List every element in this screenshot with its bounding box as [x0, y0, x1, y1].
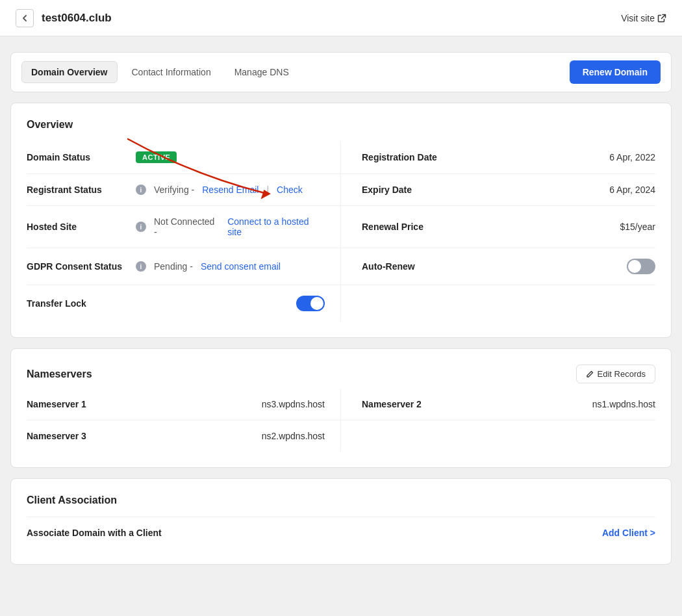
resend-email-link[interactable]: Resend Email [202, 185, 259, 195]
check-link[interactable]: Check [277, 185, 303, 195]
site-title: test0604.club [42, 12, 112, 25]
add-client-link[interactable]: Add Client > [602, 528, 655, 538]
ns3-value: ns2.wpdns.host [262, 431, 325, 441]
ns2-value: ns1.wpdns.host [592, 399, 655, 409]
client-association-card: Client Association Associate Domain with… [10, 478, 672, 565]
expiry-date-cell: Expiry Date 6 Apr, 2024 [341, 174, 655, 206]
hosted-site-label: Hosted Site [27, 222, 131, 232]
registrant-info-icon: i [136, 185, 146, 195]
associate-domain-label: Associate Domain with a Client [27, 528, 162, 538]
tab-manage-dns[interactable]: Manage DNS [225, 62, 298, 83]
renewal-price-cell: Renewal Price $15/year [341, 206, 655, 248]
domain-status-label: Domain Status [27, 152, 131, 162]
tabs-bar: Domain Overview Contact Information Mana… [10, 52, 672, 92]
nameservers-card: Nameservers Edit Records Nameserver 1 ns… [10, 348, 672, 468]
overview-title: Overview [27, 119, 655, 131]
top-bar: test0604.club Visit site [0, 0, 682, 36]
hosted-site-cell: Hosted Site i Not Connected - Connect to… [27, 206, 341, 248]
overview-grid: Domain Status ACTIVE Registration Date 6… [27, 141, 655, 322]
domain-status-cell: Domain Status ACTIVE [27, 141, 341, 174]
tab-contact-information[interactable]: Contact Information [123, 62, 220, 83]
ns3-right-cell [341, 420, 655, 452]
transfer-lock-cell: Transfer Lock [27, 285, 341, 322]
ns2-cell: Nameserver 2 ns1.wpdns.host [341, 389, 655, 420]
auto-renew-label: Auto-Renew [362, 261, 466, 272]
domain-status-badge: ACTIVE [136, 151, 177, 163]
renewal-price-label: Renewal Price [362, 222, 466, 232]
ns1-value: ns3.wpdns.host [262, 399, 325, 409]
ns2-label: Nameserver 2 [362, 399, 446, 409]
registrant-status-cell: Registrant Status i Verifying - Resend E… [27, 174, 341, 206]
client-association-title: Client Association [27, 494, 655, 506]
expiry-date-label: Expiry Date [362, 185, 466, 195]
registration-date-label: Registration Date [362, 152, 466, 162]
ns1-label: Nameserver 1 [27, 399, 111, 409]
client-assoc-row: Associate Domain with a Client Add Clien… [27, 517, 655, 548]
back-button[interactable] [16, 9, 34, 27]
transfer-lock-toggle[interactable] [296, 296, 325, 311]
visit-site-link[interactable]: Visit site [621, 13, 666, 23]
edit-records-label: Edit Records [598, 369, 646, 379]
gdpr-cell: GDPR Consent Status i Pending - Send con… [27, 248, 341, 285]
ns3-label: Nameserver 3 [27, 431, 111, 441]
expiry-date-value: 6 Apr, 2024 [609, 185, 655, 195]
gdpr-label: GDPR Consent Status [27, 261, 131, 272]
registrant-status-label: Registrant Status [27, 185, 131, 195]
ns1-cell: Nameserver 1 ns3.wpdns.host [27, 389, 341, 420]
registration-date-value: 6 Apr, 2022 [609, 152, 655, 162]
auto-renew-cell: Auto-Renew [341, 248, 655, 285]
hosted-site-text: Not Connected - [154, 216, 220, 237]
registrant-status-text: Verifying - [154, 185, 194, 195]
transfer-lock-right-cell [341, 285, 655, 322]
separator: | [266, 185, 269, 195]
gdpr-info-icon: i [136, 261, 146, 272]
external-link-icon [657, 14, 666, 23]
top-bar-left: test0604.club [16, 9, 112, 27]
tabs-left: Domain Overview Contact Information Mana… [21, 61, 298, 83]
overview-card: Overview Domain Status ACTIVE Registrati… [10, 103, 672, 338]
visit-site-label: Visit site [621, 13, 655, 23]
nameservers-header: Nameservers Edit Records [27, 365, 655, 383]
connect-hosted-site-link[interactable]: Connect to a hosted site [227, 216, 325, 237]
auto-renew-toggle[interactable] [627, 259, 655, 274]
hosted-site-info-icon: i [136, 222, 146, 232]
transfer-lock-label: Transfer Lock [27, 298, 131, 309]
ns3-cell: Nameserver 3 ns2.wpdns.host [27, 420, 341, 452]
registration-date-cell: Registration Date 6 Apr, 2022 [341, 141, 655, 174]
tab-domain-overview[interactable]: Domain Overview [21, 61, 118, 83]
renew-domain-button[interactable]: Renew Domain [570, 60, 661, 84]
nameservers-grid: Nameserver 1 ns3.wpdns.host Nameserver 2… [27, 389, 655, 452]
nameservers-title: Nameservers [27, 368, 92, 380]
edit-icon [586, 370, 594, 378]
gdpr-text: Pending - [154, 261, 193, 272]
send-consent-email-link[interactable]: Send consent email [201, 261, 281, 272]
edit-records-button[interactable]: Edit Records [576, 365, 655, 383]
page-content: Domain Overview Contact Information Mana… [0, 36, 682, 591]
renewal-price-value: $15/year [620, 222, 655, 232]
